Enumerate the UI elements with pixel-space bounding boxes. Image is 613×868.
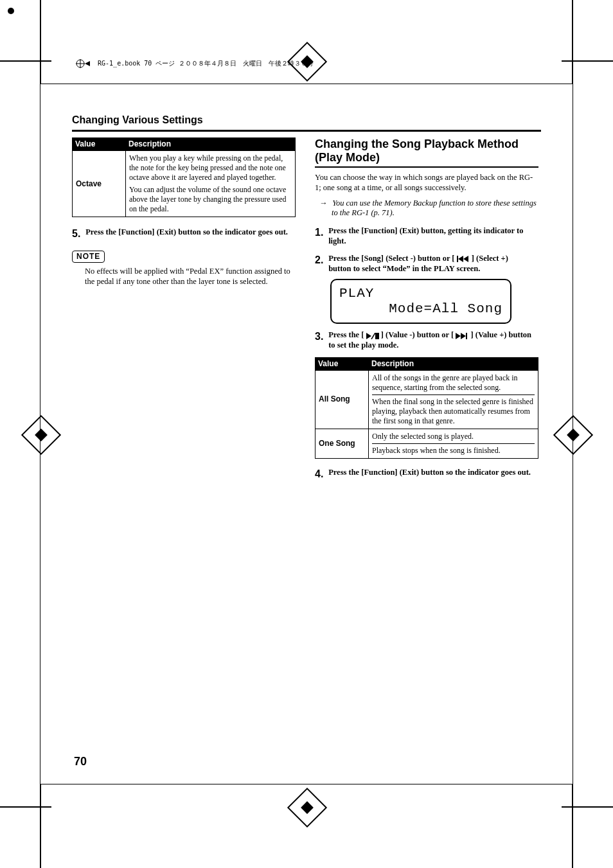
step-5: 5. Press the [Function] (Exit) button so… bbox=[72, 227, 296, 240]
note-label: NOTE bbox=[72, 251, 105, 263]
svg-rect-11 bbox=[466, 333, 467, 339]
step-number: 2. bbox=[315, 254, 326, 267]
subsection-rule bbox=[315, 166, 538, 168]
cropmark-mid-left bbox=[27, 421, 54, 448]
allsong-a: All of the songs in the genre are played… bbox=[372, 373, 535, 395]
step3-text-b: ] (Value -) button or [ bbox=[379, 330, 456, 339]
right-column: Changing the Song Playback Method (Play … bbox=[315, 137, 538, 481]
step-number: 4. bbox=[315, 468, 326, 481]
table-row-body: Only the selected song is played. Playba… bbox=[369, 429, 538, 458]
table-row-body: When you play a key while pressing on th… bbox=[126, 151, 296, 217]
next-track-icon bbox=[456, 333, 468, 339]
intro-text: You can choose the way in which songs ar… bbox=[315, 173, 538, 193]
table-row-body-b: You can adjust the volume of the sound o… bbox=[129, 185, 292, 214]
subsection-title: Changing the Song Playback Method (Play … bbox=[315, 137, 538, 164]
svg-line-7 bbox=[371, 333, 375, 339]
octave-table: Value Description Octave When you play a… bbox=[72, 137, 296, 217]
svg-marker-9 bbox=[456, 333, 461, 339]
page-runner: RG-1_e.book 70 ページ ２００８年４月８日 火曜日 午後２時３６分 bbox=[76, 59, 314, 68]
onesong-a: Only the selected song is played. bbox=[372, 432, 535, 444]
reference-body: You can use the Memory Backup function t… bbox=[332, 199, 537, 218]
step-number: 3. bbox=[315, 330, 326, 343]
page-number: 70 bbox=[74, 755, 87, 768]
svg-marker-10 bbox=[461, 333, 466, 339]
header-rule bbox=[72, 130, 541, 132]
table-row-label: All Song bbox=[315, 370, 369, 429]
note-body: No effects will be applied with “Pedal E… bbox=[85, 267, 296, 287]
reference-text: → You can use the Memory Backup function… bbox=[324, 199, 538, 218]
cropmark-mid-bottom bbox=[293, 793, 320, 820]
step-text: Press the [ ] (Value -) button or [ ] (V… bbox=[328, 330, 533, 350]
table-row-label: Octave bbox=[73, 151, 126, 217]
allsong-b: When the final song in the selected genr… bbox=[372, 397, 535, 426]
table-row-body: All of the songs in the genre are played… bbox=[369, 370, 538, 429]
svg-marker-4 bbox=[458, 256, 463, 262]
subsection-header: Changing the Song Playback Method (Play … bbox=[315, 137, 538, 168]
svg-marker-6 bbox=[366, 333, 371, 339]
lcd-display: PLAY Mode=All Song bbox=[330, 279, 511, 324]
step-text: Press the [Function] (Exit) button so th… bbox=[85, 227, 290, 238]
step-number: 1. bbox=[315, 226, 326, 239]
step3-text-a: Press the [ bbox=[328, 330, 366, 339]
svg-marker-5 bbox=[463, 256, 468, 262]
section-header: Changing Various Settings bbox=[72, 114, 541, 132]
step-text: Press the [Function] (Exit) button, gett… bbox=[328, 226, 533, 246]
step-3: 3. Press the [ ] (Value -) button or [ ]… bbox=[315, 330, 538, 350]
play-stop-icon bbox=[366, 333, 379, 339]
step-2: 2. Press the [Song] (Select -) button or… bbox=[315, 254, 538, 274]
lcd-line-1: PLAY bbox=[339, 285, 374, 302]
step2-text-a: Press the [Song] (Select -) button or [ bbox=[328, 254, 457, 263]
step-number: 5. bbox=[72, 227, 84, 240]
playmode-table: Value Description All Song All of the so… bbox=[315, 357, 538, 459]
onesong-b: Playback stops when the song is finished… bbox=[372, 446, 535, 456]
svg-rect-3 bbox=[457, 256, 458, 262]
lcd-line-2: Mode=All Song bbox=[389, 301, 502, 317]
table-header-value: Value bbox=[315, 357, 369, 370]
table-row-label: One Song bbox=[315, 429, 369, 458]
register-mark-icon bbox=[76, 59, 94, 68]
prev-track-icon bbox=[457, 256, 470, 262]
arrow-icon: → bbox=[324, 199, 330, 209]
step-1: 1. Press the [Function] (Exit) button, g… bbox=[315, 226, 538, 246]
table-header-value: Value bbox=[73, 138, 126, 151]
step-text: Press the [Function] (Exit) button so th… bbox=[328, 468, 533, 478]
step-text: Press the [Song] (Select -) button or [ … bbox=[328, 254, 533, 274]
table-header-desc: Description bbox=[369, 357, 538, 370]
left-column: Value Description Octave When you play a… bbox=[72, 137, 296, 481]
page-title: Changing Various Settings bbox=[72, 114, 541, 126]
table-row-body-a: When you play a key while pressing on th… bbox=[129, 154, 292, 182]
table-header-desc: Description bbox=[126, 138, 296, 151]
step-4: 4. Press the [Function] (Exit) button so… bbox=[315, 468, 538, 481]
